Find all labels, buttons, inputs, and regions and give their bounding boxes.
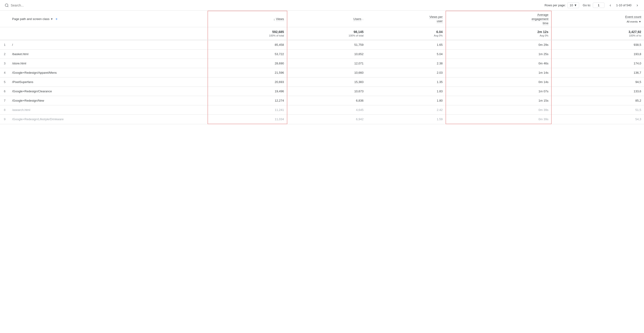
col-page-path-filter-icon[interactable]: ▼ xyxy=(50,17,53,21)
col-page-path-label: Page path and screen class xyxy=(12,17,49,21)
row-views: 12,274 xyxy=(208,96,287,105)
row-avg-engagement: 1m 14s xyxy=(446,68,552,77)
row-views-per-user: 2.03 xyxy=(366,68,446,77)
totals-views-value: 592,685 xyxy=(272,30,284,34)
col-page-path-header: Page path and screen class ▼ + xyxy=(9,11,208,27)
totals-views-per-user-value: 6.04 xyxy=(436,30,442,34)
row-users: 10,660 xyxy=(287,68,366,77)
row-avg-engagement: 0m 29s xyxy=(446,40,552,49)
row-page-path[interactable]: /Google+Redesign/Clearance xyxy=(9,87,208,96)
row-index: 3 xyxy=(0,59,9,68)
totals-avg-engagement: 2m 12s Avg 0% xyxy=(446,27,552,40)
data-table: Page path and screen class ▼ + ↓ Views xyxy=(0,11,644,124)
row-event-count: 94,5 xyxy=(552,77,644,87)
col-event-count-sub-label: All events xyxy=(626,20,638,23)
col-avg-engagement-label-1: Average xyxy=(537,13,548,17)
rows-per-page-select[interactable]: 10 ▼ xyxy=(568,2,579,8)
totals-avg-engagement-sub: Avg 0% xyxy=(449,34,548,37)
row-page-path[interactable]: /Google+Redesign/Apparel/Mens xyxy=(9,68,208,77)
row-users: 12,071 xyxy=(287,59,366,68)
col-users-label: Users xyxy=(354,17,361,21)
row-avg-engagement: 1m 07s xyxy=(446,87,552,96)
totals-users-sub: 100% of total xyxy=(290,34,364,37)
totals-views-per-user-sub: Avg 0% xyxy=(369,34,443,37)
col-avg-engagement-label-3: time xyxy=(543,21,548,25)
col-views-per-user-label-1: Views per xyxy=(430,15,443,19)
table-row: 1 / 85,458 51,759 1.65 0m 29s 938,5 xyxy=(0,40,644,49)
row-index: 8 xyxy=(0,105,9,115)
search-area xyxy=(5,3,57,7)
row-event-count: 938,5 xyxy=(552,40,644,49)
row-users: 6,836 xyxy=(287,96,366,105)
row-users: 6,942 xyxy=(287,115,366,124)
row-users: 15,383 xyxy=(287,77,366,87)
rows-per-page-value: 10 xyxy=(570,3,573,7)
totals-users-value: 98,145 xyxy=(354,30,364,34)
row-event-count: 51,5 xyxy=(552,105,644,115)
table-wrapper: Page path and screen class ▼ + ↓ Views xyxy=(0,11,644,124)
row-page-path[interactable]: /store.html xyxy=(9,59,208,68)
row-page-path[interactable]: /Google+Redesign/New xyxy=(9,96,208,105)
row-views-per-user: 1.65 xyxy=(366,40,446,49)
col-views-per-user-header: Views per user xyxy=(366,11,446,27)
add-column-button[interactable]: + xyxy=(55,17,58,21)
row-avg-engagement: 0m 39s xyxy=(446,105,552,115)
col-avg-engagement-label-2: engagement xyxy=(532,17,548,21)
row-index: 5 xyxy=(0,77,9,87)
col-users-header: Users ↓ xyxy=(287,11,366,27)
row-views-per-user: 1.80 xyxy=(366,96,446,105)
col-event-count-label: Event count xyxy=(625,15,641,19)
col-views-per-user-label-2: user xyxy=(437,19,442,23)
totals-row: 592,685 100% of total 98,145 100% of tot… xyxy=(0,27,644,40)
goto-input[interactable] xyxy=(593,2,604,8)
col-avg-engagement-header: Average engagement time xyxy=(446,11,552,27)
row-users: 10,652 xyxy=(287,49,366,59)
prev-page-button[interactable]: ‹ xyxy=(608,2,612,8)
row-avg-engagement: 0m 39s xyxy=(446,115,552,124)
table-row: 7 /Google+Redesign/New 12,274 6,836 1.80… xyxy=(0,96,644,105)
svg-point-0 xyxy=(5,4,8,6)
row-views: 53,722 xyxy=(208,49,287,59)
row-users: 10,673 xyxy=(287,87,366,96)
row-views-per-user: 5.04 xyxy=(366,49,446,59)
totals-event-count: 3,427,92 100% of to xyxy=(552,27,644,40)
totals-views-sub: 100% of total xyxy=(211,34,284,37)
goto-area: Go to: xyxy=(583,2,604,8)
row-page-path[interactable]: /Google+Redesign/Lifestyle/Drinkware xyxy=(9,115,208,124)
rows-per-page-label: Rows per page: xyxy=(544,3,566,7)
pagination-area: Rows per page: 10 ▼ Go to: ‹ 1-10 of 540… xyxy=(544,2,639,8)
rows-dropdown-icon: ▼ xyxy=(574,3,577,7)
row-page-path[interactable]: /basket.html xyxy=(9,49,208,59)
next-page-button[interactable]: › xyxy=(635,2,639,8)
totals-index xyxy=(0,27,9,40)
col-event-count-dropdown-icon[interactable]: ▼ xyxy=(639,20,641,23)
totals-users: 98,145 100% of total xyxy=(287,27,366,40)
totals-event-count-value: 3,427,92 xyxy=(629,30,642,34)
search-input[interactable] xyxy=(11,3,57,7)
col-views-header: ↓ Views xyxy=(208,11,287,27)
row-views: 19,496 xyxy=(208,87,287,96)
row-event-count: 193,8 xyxy=(552,49,644,59)
col-users-sort-icon: ↓ xyxy=(362,18,364,20)
row-avg-engagement: 0m 46s xyxy=(446,59,552,68)
row-page-path[interactable]: / xyxy=(9,40,208,49)
svg-line-1 xyxy=(8,6,8,7)
header-row: Page path and screen class ▼ + ↓ Views xyxy=(0,11,644,27)
totals-views: 592,685 100% of total xyxy=(208,27,287,40)
row-views-per-user: 1.83 xyxy=(366,87,446,96)
table-row: 8 /asearch.html 11,241 4,645 2.42 0m 39s… xyxy=(0,105,644,115)
table-row: 3 /store.html 28,690 12,071 2.38 0m 46s … xyxy=(0,59,644,68)
col-event-count-header: Event count All events ▼ xyxy=(552,11,644,27)
table-row: 6 /Google+Redesign/Clearance 19,496 10,6… xyxy=(0,87,644,96)
row-users: 51,759 xyxy=(287,40,366,49)
totals-event-count-sub: 100% of to xyxy=(554,34,641,37)
row-event-count: 85,2 xyxy=(552,96,644,105)
page-container: Rows per page: 10 ▼ Go to: ‹ 1-10 of 540… xyxy=(0,0,644,333)
row-page-path[interactable]: /asearch.html xyxy=(9,105,208,115)
row-index: 2 xyxy=(0,49,9,59)
table-row: 5 /PixelSuperfans 20,693 15,383 1.35 0m … xyxy=(0,77,644,87)
rows-per-page: Rows per page: 10 ▼ xyxy=(544,2,579,8)
row-views-per-user: 1.59 xyxy=(366,115,446,124)
row-users: 4,645 xyxy=(287,105,366,115)
row-page-path[interactable]: /PixelSuperfans xyxy=(9,77,208,87)
